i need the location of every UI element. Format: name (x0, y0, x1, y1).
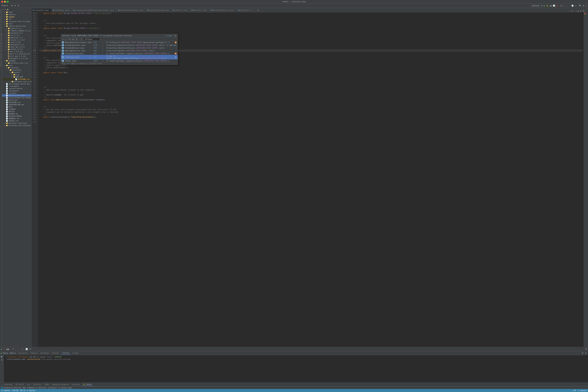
file-tree[interactable]: ▶ 📁 logs ▶ 📁 modules ▼ 📁 output ▶ 📁 res … (2, 11, 31, 347)
tab-extensionvalidator-java[interactable]: ExtensionValidator.java ✕ (117, 8, 146, 12)
project-dropdown[interactable]: Project ▾ (0, 4, 9, 7)
status-branch[interactable]: ⎇ master (1, 390, 10, 392)
errors-nav-up[interactable]: ▲ (577, 10, 580, 12)
tree-item-objenesis[interactable]: ▶ 📁 objenesis-1.2 (2, 44, 31, 46)
debug-console-output[interactable]: ✓ "localhost-startStop-1"@1,876 in group… (4, 355, 588, 382)
popup-row-tomcat[interactable]: J Tomcat.java 1079 → if (event.getType()… (61, 60, 178, 62)
debug-label[interactable]: ● Debug: Memory (0, 352, 16, 354)
popup-row-ctx-cfg[interactable]: J ContextConfig.java 447 → if (event.get… (61, 52, 178, 55)
debug-restart-btn[interactable]: ▶ (0, 348, 3, 350)
debug-step-out-btn[interactable]: ↑ (18, 348, 19, 350)
popup-expand-btn[interactable]: ⊕ (68, 38, 71, 40)
tab-manifest-java[interactable]: Manifest.java ✕ (190, 8, 210, 12)
tree-item-keys[interactable]: 📄 KEYS (2, 106, 31, 108)
tree-item-hamcrest[interactable]: ▶ 📁 hamcrest-1.3 (2, 36, 31, 39)
tree-item-status[interactable]: 📄 STATUS.txt (2, 120, 31, 122)
debug-tab-frames[interactable]: Frames (71, 352, 80, 354)
popup-row-naming-res[interactable]: J NamingResources.java 994 → fireLifecyc… (61, 49, 178, 52)
tree-item-modules[interactable]: ▶ 📁 modules (2, 14, 31, 16)
bottom-tab-debug[interactable]: 🐛 Debug (82, 383, 93, 386)
debug-button[interactable]: 🐛 (546, 4, 549, 7)
more-tabs-btn[interactable]: ▾ (258, 8, 260, 12)
bottom-tab-profiler[interactable]: Profiler (32, 383, 43, 386)
popup-group-btn[interactable]: ⊞ (72, 38, 74, 40)
tree-item-contributing[interactable]: 📄 CONTRIBUTING.md (2, 104, 31, 106)
tree-item-webapps[interactable]: ▼ 📁 webapps (2, 60, 31, 62)
tab-jarfile-java[interactable]: JarFile.java ✕ (172, 8, 190, 12)
run-config-dropdown[interactable]: Bootstrap (530, 4, 543, 7)
close-button[interactable] (1, 1, 3, 2)
debug-panel-filter[interactable]: ▼ (584, 352, 588, 354)
stop-button[interactable]: ■ (556, 4, 558, 7)
tree-item-output[interactable]: ▼ 📁 output (2, 16, 31, 18)
catalina-strip[interactable]: Catalina (0, 52, 2, 60)
tree-item-ecj[interactable]: ▶ 📁 ecj-4.4.2 (2, 34, 31, 36)
debug-step-over-btn[interactable]: ↷ (12, 348, 14, 350)
popup-back-btn[interactable]: ◁ (62, 38, 64, 40)
popup-row-stdctx[interactable]: J StandardContext.java 5745 → fireLifecy… (61, 44, 178, 46)
tree-item-ant-targets[interactable]: 📄 ant-targets-build.xml (2, 83, 31, 85)
tree-item-jaxrpc[interactable]: ▶ 📁 jaxrpc-1.1-rc4 (2, 39, 31, 41)
tab-manifestresource-java[interactable]: ManifestResource.java ✕ (210, 8, 237, 12)
popup-scope-dropdown[interactable]: All Places (84, 38, 102, 40)
structure-btn[interactable]: ⊞ (10, 4, 14, 7)
tree-item-readme[interactable]: 📄 README.md (2, 113, 31, 115)
big-data-strip[interactable]: Big Data (0, 42, 2, 49)
status-encoding[interactable]: UTF-8 (20, 390, 25, 392)
tab-lifecycle-java[interactable]: Lifecycle.java ✕ (32, 8, 52, 12)
bottom-tab-build[interactable]: 🔨 Build (14, 383, 26, 386)
debug-watch-btn[interactable]: 👁 (29, 348, 32, 350)
tree-item-build-properties[interactable]: 📄 build.properties (2, 94, 31, 96)
debug-tab-variables[interactable]: Variables (17, 352, 30, 354)
tree-item-classpath[interactable]: 📄 .classpath (2, 85, 31, 87)
tree-item-saaj[interactable]: ▶ 📁 saaj-api-1.3.5 (2, 46, 31, 48)
tab-extension-java[interactable]: Extension.j... ✕ (237, 8, 258, 12)
maximize-button[interactable] (7, 1, 9, 2)
tab-tldconfig-java[interactable]: TldConfig.java ✕ (52, 8, 72, 12)
tree-item-project[interactable]: 📄 .project (2, 92, 31, 94)
debug-side-btn-1[interactable]: 🔍 (0, 356, 3, 358)
tree-item-mytest[interactable]: ▼ 📁 mytest (2, 71, 31, 74)
structure-strip[interactable]: Structure (0, 24, 2, 32)
tree-item-easymock[interactable]: ▶ 📁 easymock-3.2 (2, 32, 31, 34)
tree-item-org[interactable]: ▶ 📁 org (2, 74, 31, 76)
debug-panel-settings[interactable]: ⚙ (581, 352, 584, 354)
tree-item-wsdl4j[interactable]: ▶ 📁 wsdl4j-1.6.3 (2, 48, 31, 50)
jchardet-strip[interactable]: jchardet (0, 60, 2, 67)
debug-step-into-btn[interactable]: ↓ (15, 348, 17, 350)
bottom-tab-git[interactable]: Git (26, 383, 32, 386)
status-indent[interactable]: 4 spaces (27, 390, 35, 392)
tree-item-running[interactable]: 📄 RUNNING.txt (2, 118, 31, 120)
tab-jarinputstream-java[interactable]: JarInputStream.java ✕ (146, 8, 172, 12)
tree-item-servelet-work[interactable]: ▶ 📁 servelet-test-1.0 (2, 80, 31, 83)
tree-item-license[interactable]: 📄 LICENSE (2, 108, 31, 110)
tree-item-res[interactable]: ▶ 📁 res (2, 18, 31, 20)
debug-evaluate-btn[interactable]: 📊 (25, 348, 28, 350)
git-revert-btn[interactable]: ↩ (574, 4, 577, 7)
bottom-tab-todo[interactable]: TODO (43, 383, 51, 386)
code-editor[interactable]: 164 165 166 167 168 169 170 171 172 173 … (32, 12, 586, 347)
tree-item-building[interactable]: 📄 BUILDING.txt (2, 101, 31, 104)
coverage-button[interactable]: ▦ (550, 4, 552, 7)
popup-settings-btn[interactable]: ⚙ (174, 34, 177, 37)
autocomplete-popup[interactable]: Constant field CONFIGURE_START_EVENT of … (61, 34, 178, 65)
git-push-btn[interactable]: ↑ (569, 4, 570, 7)
tree-item-jstl-api[interactable]: 🗜 jstl-api-1.2.jar (2, 55, 31, 57)
tree-item-build-properties-default[interactable]: 📄 build.properties.default (2, 96, 31, 99)
popup-forward-btn[interactable]: ▷ (65, 38, 68, 40)
debug-stop-btn[interactable]: ■ (4, 348, 6, 350)
debug-run-to-cursor-btn[interactable]: →| (20, 348, 23, 350)
editor-settings[interactable]: ⚙ (582, 10, 585, 12)
tree-item-scratches[interactable]: ▶ 📁 Scratches and Consoles (2, 124, 31, 127)
tree-item-junit[interactable]: ▶ 📁 junit-4.12 (2, 41, 31, 44)
popup-results-list[interactable]: J NamingContextListener.java 270 → if (L… (61, 41, 178, 62)
tree-item-ant-jar[interactable]: 🗜 ant-1.9.8.jar (2, 50, 31, 53)
git-commit-btn[interactable]: ✓ (564, 4, 566, 7)
tree-item-external-libs[interactable]: ▶ 📁 External Libraries (2, 122, 31, 124)
tree-item-release-notes[interactable]: 📄 RELEASE-NOTES (2, 115, 31, 118)
tree-item-webinf[interactable]: ▼ 📁 WEB-INF (2, 76, 31, 78)
debug-settings-btn[interactable]: ⚙ (585, 348, 588, 350)
debug-resume-btn[interactable]: ▶▶ (6, 348, 10, 350)
tree-item-tomcat-build-libs[interactable]: ▼ 📁 tomcat-build-libs (2, 25, 31, 27)
tree-item-gitattributes[interactable]: 📄 .gitattributes (2, 87, 31, 90)
